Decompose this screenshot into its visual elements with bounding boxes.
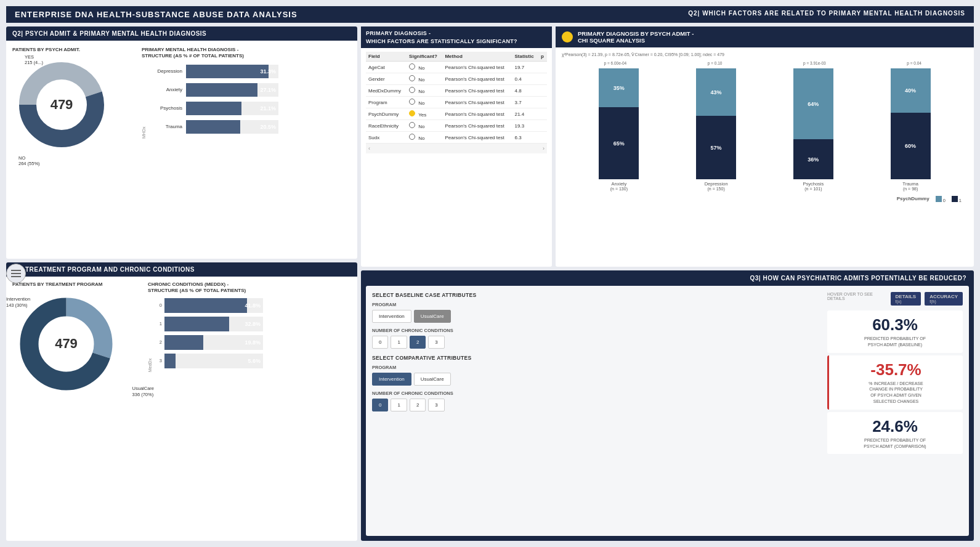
baseline-chronic-0[interactable]: 0 [372, 336, 388, 349]
bar-value: 21.1% [260, 105, 276, 111]
q2-bar-section: PRIMARY MENTAL HEALTH DIAGNOSIS - STRUCT… [142, 47, 351, 166]
cell-significant: No [407, 120, 442, 132]
baseline-intervention-btn[interactable]: Intervention [372, 310, 411, 323]
chi-panel-header: PRIMARY DIAGNOSIS - WHICH FACTORS ARE ST… [361, 26, 552, 48]
stacked-bar-group: 64% 36% Psychosis (n = 101) [769, 68, 859, 191]
stacked-n: (n = 130) [610, 187, 628, 191]
bar-label: Psychosis [148, 105, 182, 111]
bar-fill [186, 102, 241, 115]
reduce-stats: HOVER OVER TO SEE DETAILS DETAILS f(x) A… [827, 292, 963, 530]
table-scroll-hint[interactable]: ‹ › [366, 144, 547, 153]
comparative-program-label: PROGRAM [372, 365, 820, 370]
legend-0: 0 [936, 196, 946, 203]
stacked-label: Trauma [902, 181, 918, 187]
baseline-chronic-btn-group: 0 1 2 3 [372, 336, 820, 349]
comparative-chronic-label: NUMBER OF CHRONIC CONDITIONS [372, 391, 820, 396]
usualcare-label: UsualCare 336 (70%) [132, 386, 154, 398]
bar2-val: 19.8% [245, 339, 261, 346]
q2-bar-title: PRIMARY MENTAL HEALTH DIAGNOSIS - STRUCT… [142, 47, 351, 60]
bar-value: 27.1% [260, 87, 276, 93]
baseline-usualcare-btn[interactable]: UsualCare [414, 310, 451, 323]
q3-y-axis: MedDx [148, 298, 152, 372]
q3-treatment-body: PATIENTS BY TREATMENT PROGRAM Interventi… [6, 277, 357, 403]
legend-1: 1 [952, 196, 962, 203]
table-row: Gender No Pearson's Chi-squared test 0.4 [366, 73, 547, 85]
comparative-program-btn-group: Intervention UsualCare [372, 373, 820, 386]
baseline-title: SELECT BASELINE CASE ATTRIBUTES [372, 292, 820, 298]
stat-baseline-pct: 60.3% [833, 315, 957, 334]
comparative-chronic-2[interactable]: 2 [410, 399, 426, 411]
q3-bar-row: 0 41.8% [155, 298, 351, 313]
right-top-row: PRIMARY DIAGNOSIS - WHICH FACTORS ARE ST… [361, 26, 974, 267]
bar2-track: 41.8% [164, 298, 263, 313]
q3-treatment-header: Q3| TREATMENT PROGRAM AND CHRONIC CONDIT… [6, 262, 357, 277]
bar2-track: 32.8% [164, 317, 263, 331]
bar-fill [186, 65, 269, 78]
stat-change-pct: -35.7% [835, 360, 957, 379]
q2-y-axis: MHDx [142, 65, 146, 139]
comparative-chronic-0[interactable]: 0 [372, 399, 388, 411]
baseline-chronic-row: NUMBER OF CHRONIC CONDITIONS 0 1 2 3 [372, 328, 820, 349]
cell-statistic: 19.7 [512, 62, 538, 73]
stacked-n: (n = 150) [708, 187, 725, 191]
bar2-fill [164, 354, 176, 368]
chi-sq-header: PRIMARY DIAGNOSIS BY PSYCH ADMIT - CHI S… [556, 26, 974, 47]
svg-rect-4 [11, 270, 21, 271]
cell-p [538, 62, 547, 73]
reduce-selectors: SELECT BASELINE CASE ATTRIBUTES PROGRAM … [372, 292, 820, 530]
q2-bar-title-line1: PRIMARY MENTAL HEALTH DIAGNOSIS - [142, 47, 238, 52]
stacked-n: (n = 101) [804, 187, 822, 191]
comparative-chronic-3[interactable]: 3 [428, 399, 444, 411]
dashboard: ENTERPRISE DNA HEALTH-SUBSTANCE ABUSE DA… [0, 0, 980, 547]
bar-track: 21.1% [186, 102, 278, 115]
stat-baseline: 60.3% PREDICTED PROBABILITY OF PSYCH ADM… [827, 310, 963, 353]
sig-dot [409, 134, 415, 140]
right-column: PRIMARY DIAGNOSIS - WHICH FACTORS ARE ST… [361, 26, 974, 541]
p-value-item: p = 0.10 [668, 61, 763, 65]
comparative-title: SELECT COMPARATIVE ATTRIBUTES [372, 355, 820, 361]
table-row: PsychDummy Yes Pearson's Chi-squared tes… [366, 108, 547, 120]
sidebar-toggle[interactable] [6, 264, 26, 283]
reduce-title: Q3| HOW CAN PSYCHIATRIC ADMITS POTENTIAL… [750, 275, 966, 282]
col-significant: Significant? [407, 52, 442, 62]
scroll-left[interactable]: ‹ [368, 145, 370, 152]
baseline-chronic-1[interactable]: 1 [391, 336, 407, 349]
comparative-intervention-btn[interactable]: Intervention [372, 373, 411, 386]
stacked-bar-group: 40% 60% Trauma (n = 98) [865, 68, 955, 191]
svg-rect-6 [11, 276, 21, 277]
stacked-n: (n = 98) [903, 187, 918, 191]
comparative-chronic-row: NUMBER OF CHRONIC CONDITIONS 0 1 2 3 [372, 391, 820, 411]
table-row: RaceEthnicity No Pearson's Chi-squared t… [366, 120, 547, 132]
comparative-chronic-1[interactable]: 1 [391, 399, 407, 411]
bar-fill [186, 120, 240, 134]
bar2-y-label: 0 [155, 302, 162, 308]
sig-dot [409, 110, 415, 116]
comparative-program-row: PROGRAM Intervention UsualCare [372, 365, 820, 386]
q2-bar-row: Trauma 20.5% [148, 120, 351, 134]
no-label: NO 264 (55%) [18, 155, 40, 166]
cell-p [538, 132, 547, 144]
bar2-y-label: 3 [155, 358, 162, 363]
cell-statistic: 3.7 [512, 97, 538, 108]
bar2-fill [164, 335, 203, 350]
accuracy-btn[interactable]: ACCURACY f(h) [925, 292, 963, 306]
bar2-track: 5.6% [164, 354, 263, 368]
seg-top: 35% [599, 68, 639, 107]
p-value-item: p = 3.91e-03 [767, 61, 862, 65]
comparative-usualcare-btn[interactable]: UsualCare [414, 373, 451, 386]
baseline-chronic-3[interactable]: 3 [428, 336, 444, 349]
details-btn[interactable]: DETAILS f(x) [891, 292, 921, 306]
baseline-chronic-2[interactable]: 2 [410, 336, 426, 349]
cell-statistic: 6.3 [512, 132, 538, 144]
chi-sq-panel: PRIMARY DIAGNOSIS BY PSYCH ADMIT - CHI S… [556, 26, 974, 267]
scroll-right[interactable]: › [543, 145, 545, 152]
bar-label: Trauma [148, 124, 182, 129]
bar-track: 20.5% [186, 120, 278, 134]
q2-donut-label: PATIENTS BY PSYCH ADMIT. [12, 47, 136, 52]
q2-bars-with-axis: MHDx Depression 31.3% Anxiety 27.1% Psyc… [142, 65, 351, 139]
q3-bars-with-axis: MedDx 0 41.8% 1 32.8% 2 19.8% 3 [148, 298, 351, 372]
stat-comparison-label: PREDICTED PROBABILITY OF PSYCH ADMIT (CO… [833, 437, 957, 450]
legend-psycDummy: PsychDummy [897, 196, 929, 203]
seg-top: 64% [793, 68, 833, 139]
seg-bot: 57% [696, 116, 736, 179]
